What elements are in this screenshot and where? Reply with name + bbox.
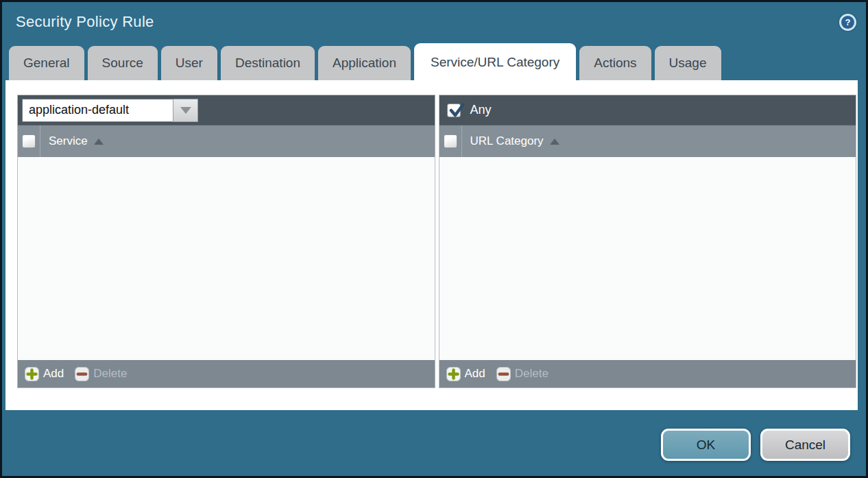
service-panel-topbar xyxy=(18,95,435,125)
titlebar: Security Policy Rule ? xyxy=(2,2,866,42)
tab-user[interactable]: User xyxy=(161,46,217,80)
tab-source[interactable]: Source xyxy=(88,46,158,80)
service-add-button[interactable]: Add xyxy=(25,367,64,381)
any-label: Any xyxy=(470,103,492,117)
tab-general[interactable]: General xyxy=(9,46,84,80)
help-icon[interactable]: ? xyxy=(839,14,856,31)
service-table-body xyxy=(18,157,435,360)
url-category-delete-button[interactable]: Delete xyxy=(496,367,548,381)
service-add-label: Add xyxy=(43,367,64,381)
plus-icon xyxy=(446,367,461,381)
url-category-panel: Any URL Category Add xyxy=(439,95,857,388)
service-panel: Service Add Dele xyxy=(17,95,435,388)
url-category-table-header: URL Category xyxy=(439,125,856,157)
sort-ascending-icon xyxy=(550,139,559,145)
minus-icon xyxy=(75,367,89,381)
url-category-column-header[interactable]: URL Category xyxy=(462,126,559,157)
service-column-header[interactable]: Service xyxy=(40,126,104,157)
url-category-column-label: URL Category xyxy=(470,134,544,148)
service-panel-footer: Add Delete xyxy=(18,360,435,387)
url-category-add-label: Add xyxy=(465,367,485,381)
cancel-button[interactable]: Cancel xyxy=(760,429,850,461)
tab-application[interactable]: Application xyxy=(318,46,411,80)
service-type-dropdown xyxy=(22,99,198,122)
tab-bar: General Source User Destination Applicat… xyxy=(2,42,866,80)
plus-icon xyxy=(25,367,39,381)
any-toggle: Any xyxy=(444,103,492,117)
url-category-delete-label: Delete xyxy=(515,367,548,381)
url-category-table-body xyxy=(439,157,856,360)
service-delete-button[interactable]: Delete xyxy=(75,367,127,381)
service-type-input[interactable] xyxy=(22,99,173,122)
page-title: Security Policy Rule xyxy=(16,13,154,31)
ok-button[interactable]: OK xyxy=(661,429,751,461)
service-select-all-checkbox[interactable] xyxy=(22,134,36,148)
service-column-label: Service xyxy=(49,134,88,148)
service-select-all-cell xyxy=(18,126,40,157)
any-checkbox[interactable] xyxy=(447,104,461,117)
tab-usage[interactable]: Usage xyxy=(655,46,721,80)
help-icon-glyph: ? xyxy=(841,16,854,29)
dialog-action-row: OK Cancel xyxy=(2,429,850,461)
url-category-select-all-cell xyxy=(439,126,462,157)
chevron-down-icon xyxy=(180,107,191,114)
url-category-panel-footer: Add Delete xyxy=(439,360,856,387)
service-table-header: Service xyxy=(18,125,435,157)
url-category-select-all-checkbox[interactable] xyxy=(444,134,457,148)
url-category-panel-topbar: Any xyxy=(439,95,856,125)
sort-ascending-icon xyxy=(94,139,104,145)
minus-icon xyxy=(496,367,511,381)
service-type-dropdown-button[interactable] xyxy=(173,99,198,122)
security-policy-rule-dialog: Security Policy Rule ? General Source Us… xyxy=(0,0,868,478)
tab-destination[interactable]: Destination xyxy=(221,46,315,80)
checkmark-icon xyxy=(448,102,465,119)
tab-content: Service Add Dele xyxy=(5,80,858,410)
tab-actions[interactable]: Actions xyxy=(579,46,651,80)
service-delete-label: Delete xyxy=(93,367,127,381)
url-category-add-button[interactable]: Add xyxy=(446,367,485,381)
tab-service-url-category[interactable]: Service/URL Category xyxy=(414,43,576,80)
